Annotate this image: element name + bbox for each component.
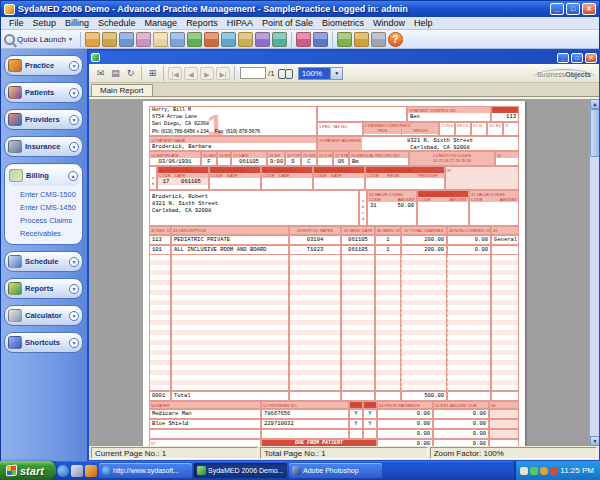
taskbar-quicklaunch-ie-icon[interactable] — [57, 465, 69, 477]
sidebar-item-reports[interactable]: Reports ▼ — [4, 278, 83, 299]
menu-reports[interactable]: Reports — [182, 18, 222, 28]
export-icon[interactable]: ✉ — [94, 67, 107, 80]
minimize-button[interactable]: _ — [550, 3, 564, 15]
prev-page-button[interactable]: ◀ — [184, 67, 198, 80]
sidebar-item-billing[interactable]: Billing ▲ — [6, 165, 81, 186]
menu-hipaa[interactable]: HIPAA — [223, 18, 257, 28]
sidebar-item-patients[interactable]: Patients ▼ — [4, 82, 83, 103]
toolbar-icon-7[interactable] — [187, 32, 202, 47]
sidebar-item-practice[interactable]: Practice ▼ — [4, 55, 83, 76]
search-icon — [4, 34, 15, 45]
report-status-bar: Current Page No.: 1 Total Page No.: 1 Zo… — [89, 446, 599, 460]
tray-icon-2[interactable] — [530, 467, 538, 475]
scrollbar-thumb[interactable] — [590, 109, 599, 157]
sidebar-link-enter-cms-1450[interactable]: Enter CMS-1450 — [6, 201, 81, 214]
tray-icon-4[interactable] — [550, 467, 558, 475]
close-button[interactable]: ✕ — [582, 3, 596, 15]
chevron-down-icon[interactable]: ▼ — [69, 142, 79, 152]
due-from-patient-row: 57 DUE FROM PATIENT 0.00 0.00 — [149, 439, 519, 446]
quick-launch-button[interactable]: Quick Launch ▼ — [4, 34, 77, 45]
toolbar-icon-1[interactable] — [85, 32, 100, 47]
charge-row: 101 ALL INCLUSIVE ROOM AND BOARD T1023 0… — [149, 245, 519, 255]
field-label: CODE — [262, 173, 278, 179]
next-page-button[interactable]: ▶ — [200, 67, 214, 80]
total-charges: 200.00 — [401, 235, 447, 245]
chevron-down-icon[interactable]: ▼ — [69, 284, 79, 294]
group-tree-icon[interactable]: ⊞ — [146, 67, 159, 80]
tray-icon-1[interactable] — [520, 467, 528, 475]
vertical-scrollbar[interactable]: ▲ ▼ — [589, 99, 599, 446]
chevron-down-icon[interactable]: ▼ — [69, 338, 79, 348]
sidebar-item-shortcuts[interactable]: Shortcuts ▼ — [4, 332, 83, 353]
sidebar-link-process-claims[interactable]: Process Claims — [6, 214, 81, 227]
first-page-button[interactable]: |◀ — [168, 67, 182, 80]
toolbar-icon-16[interactable] — [354, 32, 369, 47]
menu-help[interactable]: Help — [410, 18, 437, 28]
last-page-button[interactable]: ▶| — [216, 67, 230, 80]
taskbar-quicklaunch-app-icon[interactable] — [85, 465, 97, 477]
menu-manage[interactable]: Manage — [141, 18, 182, 28]
sidebar-item-providers[interactable]: Providers ▼ — [4, 109, 83, 130]
title-bar[interactable]: SydaMED 2006 Demo - Advanced Practice Ma… — [1, 1, 599, 17]
zoom-select[interactable]: 100% ▼ — [298, 67, 343, 80]
taskbar-quicklaunch-desktop-icon[interactable] — [71, 465, 83, 477]
menu-setup[interactable]: Setup — [29, 18, 61, 28]
maximize-button[interactable]: □ — [566, 3, 580, 15]
toolbar-icon-15[interactable] — [337, 32, 352, 47]
ncd-box: 8 N-C D. — [455, 122, 471, 136]
report-close-button[interactable]: ✕ — [585, 53, 597, 63]
toolbar-icon-2[interactable] — [102, 32, 117, 47]
menu-schedule[interactable]: Schedule — [94, 18, 140, 28]
toolbar-icon-6[interactable] — [170, 32, 185, 47]
chevron-down-icon[interactable]: ▼ — [69, 61, 79, 71]
tab-main-report[interactable]: Main Report — [91, 84, 153, 96]
toolbar-icon-8[interactable] — [204, 32, 219, 47]
report-minimize-button[interactable]: _ — [557, 53, 569, 63]
chevron-down-icon[interactable]: ▼ — [69, 311, 79, 321]
lock-icon[interactable] — [371, 32, 386, 47]
tray-icon-3[interactable] — [540, 467, 548, 475]
report-restore-button[interactable]: □ — [571, 53, 583, 63]
dropdown-arrow-icon[interactable]: ▼ — [330, 68, 342, 79]
menu-billing[interactable]: Billing — [61, 18, 93, 28]
chevron-down-icon[interactable]: ▼ — [69, 115, 79, 125]
task-button-photoshop[interactable]: Adobe Photoshop — [289, 463, 382, 478]
chevron-down-icon[interactable]: ▼ — [69, 257, 79, 267]
toolbar-icon-11[interactable] — [255, 32, 270, 47]
sidebar-item-calculator[interactable]: Calculator ▼ — [4, 305, 83, 326]
payer-provider-no: 78667656 — [261, 409, 349, 419]
print-icon[interactable]: ▤ — [109, 67, 122, 80]
service-units: 1 — [375, 235, 401, 245]
help-icon[interactable]: ? — [388, 32, 403, 47]
sidebar-item-insurance[interactable]: Insurance ▼ — [4, 136, 83, 157]
dhr-box: 21 D HR — [317, 151, 333, 166]
toolbar-icon-10[interactable] — [238, 32, 253, 47]
chevron-down-icon[interactable]: ▼ — [69, 88, 79, 98]
menu-window[interactable]: Window — [369, 18, 409, 28]
patient-address1-value: 8321 N. Sixth Street — [362, 137, 518, 144]
sidebar-link-receivables[interactable]: Receivables — [6, 227, 81, 240]
toolbar-icon-5[interactable] — [153, 32, 168, 47]
report-window-titlebar[interactable]: _ □ ✕ — [89, 51, 599, 64]
toolbar-icon-14[interactable] — [313, 32, 328, 47]
sidebar-link-enter-cms-1500[interactable]: Enter CMS-1500 — [6, 188, 81, 201]
task-button-browser[interactable]: http://www.sydasoft... — [99, 463, 192, 478]
toolbar-icon-3[interactable] — [119, 32, 134, 47]
chevron-up-icon[interactable]: ▲ — [68, 171, 78, 181]
refresh-icon[interactable]: ↻ — [124, 67, 137, 80]
task-button-sydamed[interactable]: SydaMED 2006 Demo... — [194, 463, 287, 478]
brand-text-bold: Objects — [565, 71, 591, 78]
toolbar-icon-13[interactable] — [296, 32, 311, 47]
toolbar-icon-12[interactable] — [272, 32, 287, 47]
toolbar-icon-4[interactable] — [136, 32, 151, 47]
search-text-icon[interactable] — [278, 67, 293, 79]
sidebar-item-schedule[interactable]: Schedule ▼ — [4, 251, 83, 272]
scroll-down-icon[interactable]: ▼ — [590, 436, 599, 446]
page-number-input[interactable] — [240, 67, 266, 79]
menu-file[interactable]: File — [5, 18, 28, 28]
menu-point-of-sale[interactable]: Point of Sale — [258, 18, 317, 28]
menu-biometrics[interactable]: Biometrics — [318, 18, 368, 28]
toolbar-icon-9[interactable] — [221, 32, 236, 47]
start-button[interactable]: start — [0, 461, 56, 480]
scroll-up-icon[interactable]: ▲ — [590, 99, 599, 109]
